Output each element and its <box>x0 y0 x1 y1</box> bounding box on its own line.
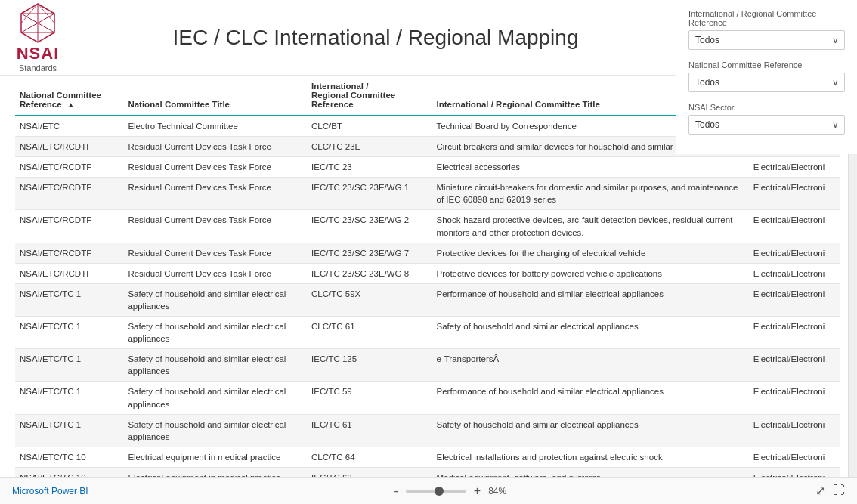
intl-filter-label: International / Regional Committee Refer… <box>688 9 845 27</box>
table-row: NSAI/ETC/RCDTFResidual Current Devices T… <box>15 157 840 178</box>
powerbi-link[interactable]: Microsoft Power BI <box>12 486 88 496</box>
cell-nat_title: Residual Current Devices Task Force <box>123 263 307 283</box>
zoom-in-button[interactable]: + <box>471 484 484 498</box>
fullscreen-icon[interactable]: ⛶ <box>833 484 845 498</box>
cell-nsai_sector: Electrical/Electroni <box>749 349 840 382</box>
nsai-sector-filter-select[interactable]: Todos <box>688 115 845 135</box>
cell-nat_title: Residual Current Devices Task Force <box>123 243 307 263</box>
intl-filter-select[interactable]: Todos <box>688 30 845 50</box>
table-row: NSAI/ETC/TC 1Safety of household and sim… <box>15 414 840 447</box>
cell-nat_title: Electrical equipment in medical practice <box>123 447 307 467</box>
cell-nat_title: Electrical equipment in medical practice <box>123 467 307 477</box>
cell-nat_ref: NSAI/ETC/TC 1 <box>15 382 123 414</box>
cell-nsai_sector: Electrical/Electroni <box>749 210 840 243</box>
cell-nat_ref: NSAI/ETC/TC 1 <box>15 414 123 447</box>
cell-nat_title: Residual Current Devices Task Force <box>123 157 307 178</box>
cell-intl_title: Electrical accessories <box>432 157 749 178</box>
cell-intl_title: Performance of household and similar ele… <box>432 382 749 414</box>
cell-nat_title: Safety of household and similar electric… <box>123 349 307 382</box>
cell-intl_ref: IEC/TC 23/SC 23E/WG 1 <box>307 178 432 210</box>
cell-nsai_sector: Electrical/Electroni <box>749 263 840 283</box>
header-main: IEC / CLC International / Regional Mappi… <box>91 26 661 50</box>
cell-intl_ref: CLC/TC 23E <box>307 137 432 157</box>
cell-intl_title: Performance of household and similar ele… <box>432 283 749 316</box>
cell-intl_ref: CLC/TC 61 <box>307 317 432 349</box>
cell-nat_ref: NSAI/ETC/RCDTF <box>15 157 123 178</box>
cell-intl_ref: IEC/TC 62 <box>307 467 432 477</box>
cell-intl_ref: CLC/BT <box>307 116 432 137</box>
share-icon[interactable]: ⤢ <box>815 484 825 498</box>
cell-nat_ref: NSAI/ETC <box>15 116 123 137</box>
filters-panel: International / Regional Committee Refer… <box>676 0 857 154</box>
cell-nsai_sector: Electrical/Electroni <box>749 414 840 447</box>
col-header-nat-ref[interactable]: National CommitteeReference ▲ <box>15 76 123 116</box>
cell-intl_ref: IEC/TC 23 <box>307 157 432 178</box>
cell-nat_title: Residual Current Devices Task Force <box>123 178 307 210</box>
filter-group-intl: International / Regional Committee Refer… <box>688 9 845 50</box>
cell-intl_title: Electrical installations and protection … <box>432 447 749 467</box>
nsai-sector-filter-label: NSAI Sector <box>688 103 845 112</box>
cell-intl_title: Medical equipment, software, and systems <box>432 467 749 477</box>
cell-nsai_sector: Electrical/Electroni <box>749 382 840 414</box>
filter-group-national: National Committee Reference Todos <box>688 60 845 92</box>
sort-icon: ▲ <box>67 100 75 109</box>
cell-nat_ref: NSAI/ETC/RCDTF <box>15 243 123 263</box>
cell-nat_ref: NSAI/ETC/TC 10 <box>15 447 123 467</box>
cell-intl_title: Safety of household and similar electric… <box>432 317 749 349</box>
zoom-slider-thumb[interactable] <box>435 487 444 496</box>
cell-intl_title: Shock-hazard protective devices, arc-fau… <box>432 210 749 243</box>
zoom-out-button[interactable]: - <box>391 484 401 498</box>
table-row: NSAI/ETC/RCDTFResidual Current Devices T… <box>15 210 840 243</box>
cell-nat_ref: NSAI/ETC/TC 1 <box>15 283 123 316</box>
intl-filter-select-wrap[interactable]: Todos <box>688 30 845 50</box>
cell-intl_ref: CLC/TC 59X <box>307 283 432 316</box>
table-row: NSAI/ETC/TC 1Safety of household and sim… <box>15 283 840 316</box>
cell-nsai_sector: Electrical/Electroni <box>749 178 840 210</box>
zoom-level: 84% <box>488 486 512 496</box>
cell-intl_ref: CLC/TC 64 <box>307 447 432 467</box>
cell-nat_title: Safety of household and similar electric… <box>123 283 307 316</box>
national-filter-select-wrap[interactable]: Todos <box>688 73 845 92</box>
cell-nat_title: Electro Technical Committee <box>123 116 307 137</box>
cell-nat_title: Safety of household and similar electric… <box>123 382 307 414</box>
col-header-nat-title[interactable]: National Committee Title <box>123 76 307 116</box>
cell-intl_title: Safety of household and similar electric… <box>432 414 749 447</box>
cell-intl_ref: IEC/TC 23/SC 23E/WG 7 <box>307 243 432 263</box>
cell-intl_ref: IEC/TC 59 <box>307 382 432 414</box>
logo-area: NSAI Standards <box>15 2 60 73</box>
bottom-icons: ⤢ ⛶ <box>815 484 845 498</box>
cell-intl_ref: IEC/TC 61 <box>307 414 432 447</box>
cell-intl_title: Miniature circuit-breakers for domestic … <box>432 178 749 210</box>
cell-nat_ref: NSAI/ETC/RCDTF <box>15 263 123 283</box>
logo-brand: NSAI <box>17 44 60 63</box>
col-header-intl-ref[interactable]: International /Regional CommitteeReferen… <box>307 76 432 116</box>
bottom-bar: Microsoft Power BI - + 84% ⤢ ⛶ <box>0 477 857 504</box>
cell-nat_ref: NSAI/ETC/TC 1 <box>15 349 123 382</box>
cell-nat_title: Residual Current Devices Task Force <box>123 210 307 243</box>
table-body: NSAI/ETCElectro Technical CommitteeCLC/B… <box>15 116 840 477</box>
cell-nat_ref: NSAI/ETC/RCDTF <box>15 178 123 210</box>
cell-nsai_sector: Electrical/Electroni <box>749 447 840 467</box>
national-filter-select[interactable]: Todos <box>688 73 845 92</box>
filter-group-nsai-sector: NSAI Sector Todos <box>688 103 845 135</box>
table-row: NSAI/ETC/TC 10Electrical equipment in me… <box>15 467 840 477</box>
page-title: IEC / CLC International / Regional Mappi… <box>91 26 661 50</box>
zoom-slider[interactable] <box>406 490 466 493</box>
nsai-sector-filter-select-wrap[interactable]: Todos <box>688 115 845 135</box>
national-filter-label: National Committee Reference <box>688 60 845 70</box>
table-row: NSAI/ETC/TC 1Safety of household and sim… <box>15 317 840 349</box>
cell-nsai_sector: Electrical/Electroni <box>749 283 840 316</box>
table-row: NSAI/ETC/TC 1Safety of household and sim… <box>15 382 840 414</box>
logo-subtitle: Standards <box>19 63 57 73</box>
cell-nsai_sector: Electrical/Electroni <box>749 467 840 477</box>
cell-nsai_sector: Electrical/Electroni <box>749 317 840 349</box>
table-row: NSAI/ETC/RCDTFResidual Current Devices T… <box>15 243 840 263</box>
cell-nat_title: Safety of household and similar electric… <box>123 317 307 349</box>
cell-nat_ref: NSAI/ETC/RCDTF <box>15 137 123 157</box>
cell-nsai_sector: Electrical/Electroni <box>749 157 840 178</box>
cell-intl_title: Protective devices for the charging of e… <box>432 243 749 263</box>
cell-nat_title: Residual Current Devices Task Force <box>123 137 307 157</box>
table-row: NSAI/ETC/TC 10Electrical equipment in me… <box>15 447 840 467</box>
nsai-logo-icon <box>15 2 60 44</box>
cell-intl_title: Protective devices for battery powered v… <box>432 263 749 283</box>
